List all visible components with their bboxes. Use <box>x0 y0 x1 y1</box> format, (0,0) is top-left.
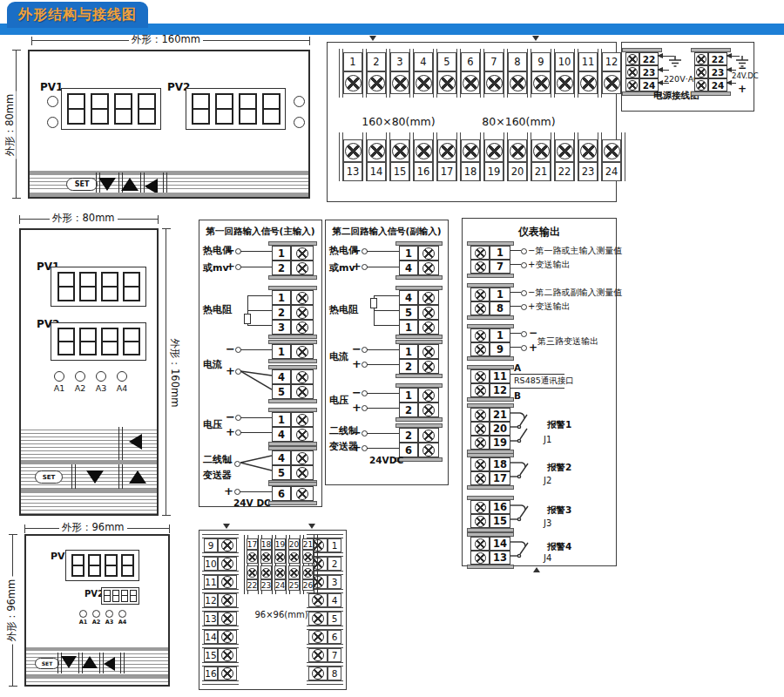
dimension-label: 外形：80mm <box>3 91 17 159</box>
alarm-label: A4 <box>117 383 128 393</box>
wire <box>367 393 399 394</box>
terminal-screw <box>343 139 362 162</box>
wire <box>240 491 272 492</box>
terminal-number: 11 <box>490 369 510 383</box>
screw-icon <box>475 330 486 342</box>
screw-icon <box>368 75 385 91</box>
terminal-number: 1 <box>272 412 291 427</box>
screw-icon <box>557 143 573 159</box>
terminal-number: 24 <box>708 78 727 91</box>
wire-node <box>521 248 527 254</box>
terminal-screw <box>414 71 433 94</box>
plus-sign: + <box>738 84 747 94</box>
led-hole <box>294 117 305 128</box>
terminal-number: 4 <box>414 52 433 71</box>
terminal-screw <box>308 593 328 607</box>
screw-icon <box>475 344 486 355</box>
wire <box>510 250 521 251</box>
terminal-screw <box>367 139 386 162</box>
wire-node <box>234 461 240 467</box>
terminal-number: 1 <box>272 246 291 261</box>
terminal-screw <box>484 139 504 162</box>
button-divider <box>118 464 123 489</box>
button-divider <box>71 464 76 489</box>
relay-label: J2 <box>544 476 551 486</box>
keypad-bar <box>30 193 308 197</box>
terminal-number: 13 <box>343 162 362 181</box>
screw-icon <box>275 568 285 578</box>
terminal-screw <box>218 612 237 626</box>
terminal-block: 14 13 <box>470 532 510 569</box>
power-terminal-block-ac: 22 23 24 <box>625 48 659 96</box>
terminal-number: 9 <box>204 538 218 552</box>
wire-node <box>521 304 527 310</box>
alarm-led-row: A1 A2 A3 A4 <box>49 371 132 393</box>
terminal-screw <box>218 575 237 589</box>
terminal-screw <box>437 71 456 94</box>
terminal-number: 22 <box>639 52 659 65</box>
terminal-number: 6 <box>272 486 291 501</box>
screw-icon <box>221 649 233 661</box>
alarm-led-hole <box>117 371 127 382</box>
size-label: 80×160(mm) <box>477 116 560 128</box>
arrowhead <box>726 80 732 85</box>
terminal-number: 7 <box>490 260 510 274</box>
screw-icon <box>422 262 435 274</box>
pv1-label: PV1 <box>40 82 63 94</box>
terminal-screw <box>578 139 598 162</box>
screw-icon <box>392 143 409 159</box>
dimension-label: 外形：96mm <box>59 521 127 534</box>
relay-contact-icon <box>510 535 540 563</box>
wire <box>367 408 399 409</box>
terminal-screw <box>414 139 433 162</box>
screw-icon <box>296 247 308 260</box>
led-hole <box>47 96 58 107</box>
minus-sign: − <box>226 245 235 256</box>
wire <box>510 306 521 307</box>
screw-icon <box>303 568 313 578</box>
alarm-led-hole <box>96 371 106 382</box>
terminal-number: 1 <box>328 538 341 552</box>
dimension-label: 外形：160mm <box>129 33 203 46</box>
dimension-label: 外形：160mm <box>168 336 181 409</box>
alarm-led-hole <box>118 610 126 618</box>
clamp-mark <box>533 567 540 572</box>
signal-label: 电流 <box>203 360 222 371</box>
seven-segment-display <box>65 550 139 581</box>
terminal-number: 11 <box>578 52 598 71</box>
terminal-number: 4 <box>272 427 291 442</box>
terminal-block: 21 20 19 <box>470 403 510 454</box>
screw-icon <box>696 54 706 64</box>
terminal-block: 4 5 <box>272 446 314 484</box>
ground-icon <box>667 56 683 69</box>
plus-sign: + <box>352 402 362 413</box>
screw-icon <box>604 143 620 159</box>
minus-sign: − <box>352 387 362 398</box>
terminal-number: 6 <box>461 52 480 71</box>
screw-icon <box>696 67 706 78</box>
screw-icon <box>486 75 503 91</box>
screw-icon <box>221 667 233 680</box>
terminal-number: 1 <box>343 52 362 71</box>
screw-icon <box>221 539 233 552</box>
terminal-number: 22 <box>555 162 574 181</box>
screw-icon <box>296 371 308 383</box>
terminal-number: 13 <box>490 551 510 565</box>
power-terminal-block-dc: 22 23 24 <box>694 48 727 96</box>
terminal-number: 19 <box>490 436 510 450</box>
dimension-label: 外形：80mm <box>50 212 118 225</box>
terminal-number: 15 <box>390 162 409 181</box>
terminal-number: 25 <box>288 579 300 591</box>
terminal-number: 1 <box>490 246 510 260</box>
terminal-screw <box>437 139 456 162</box>
clamp-mark <box>308 524 315 529</box>
signal-label: 电压 <box>203 420 222 431</box>
wire-node <box>521 331 527 337</box>
screw-icon <box>416 143 432 159</box>
terminal-number: 3 <box>390 52 409 71</box>
rs485-a-label: A <box>514 362 521 373</box>
wire <box>374 325 399 326</box>
screw-icon <box>422 404 435 416</box>
keypad-stripes <box>26 679 168 685</box>
terminal-number: 4 <box>272 450 291 465</box>
